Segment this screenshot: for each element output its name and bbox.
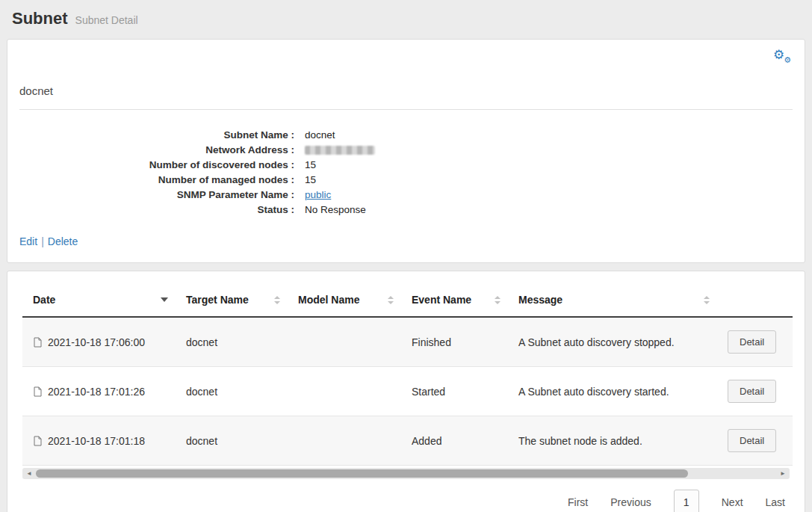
table-row: 2021-10-18 17:01:18 docnet Added The sub… (22, 416, 793, 466)
column-label: Event Name (412, 294, 471, 306)
cell-event-name: Started (401, 367, 508, 416)
event-table: Date Target Name Model Name Event Name M… (22, 283, 793, 466)
cell-action: Detail (717, 317, 793, 367)
pagination-last[interactable]: Last (766, 496, 785, 508)
cell-action: Detail (717, 416, 793, 466)
log-file-icon (33, 386, 43, 397)
field-value-managed-nodes: 15 (305, 173, 316, 188)
page: Subnet Subnet Detail ⚙ ⚙ docnet Subnet N… (0, 0, 812, 512)
detail-actions: Edit|Delete (19, 235, 793, 247)
settings-gears-icon[interactable]: ⚙ ⚙ (773, 49, 791, 64)
log-file-icon (33, 337, 43, 348)
delete-link[interactable]: Delete (48, 235, 78, 247)
subnet-heading: docnet (19, 84, 793, 97)
detail-button[interactable]: Detail (728, 330, 776, 354)
scrollbar-right-arrow-icon[interactable]: ► (778, 468, 788, 479)
field-value-snmp-parameter: public (305, 188, 331, 203)
date-text: 2021-10-18 17:01:18 (48, 435, 145, 447)
column-header-event-name[interactable]: Event Name (401, 283, 508, 317)
cell-model-name (288, 367, 401, 416)
pagination-current-page[interactable]: 1 (674, 490, 699, 512)
field-value-subnet-name: docnet (305, 128, 335, 143)
field-value-discovered-nodes: 15 (305, 158, 316, 173)
cell-event-name: Added (401, 416, 508, 466)
sort-neutral-icon (704, 296, 710, 304)
snmp-parameter-link[interactable]: public (305, 189, 331, 200)
cell-date: 2021-10-18 17:06:00 (22, 317, 176, 367)
network-address-redacted (305, 146, 375, 155)
pagination-previous[interactable]: Previous (610, 496, 651, 508)
column-label: Message (518, 294, 562, 306)
field-row-status: Status : No Response (19, 203, 793, 218)
horizontal-scrollbar[interactable]: ◄ ► (22, 468, 790, 479)
field-label: Number of managed nodes : (19, 173, 294, 188)
scrollbar-thumb[interactable] (36, 469, 688, 478)
field-row-snmp-parameter: SNMP Parameter Name : public (19, 188, 793, 203)
column-label: Date (33, 294, 55, 306)
column-label: Target Name (186, 294, 249, 306)
field-row-network-address: Network Address : (19, 143, 793, 158)
cell-target-name: docnet (176, 317, 288, 367)
field-value-status: No Response (305, 203, 366, 218)
column-header-date[interactable]: Date (22, 283, 176, 317)
pagination-next[interactable]: Next (722, 496, 743, 508)
cell-message: A Subnet auto discovery started. (508, 367, 717, 416)
column-header-model-name[interactable]: Model Name (288, 283, 401, 317)
column-header-message[interactable]: Message (508, 283, 717, 317)
field-row-managed-nodes: Number of managed nodes : 15 (19, 173, 793, 188)
table-row: 2021-10-18 17:06:00 docnet Finished A Su… (22, 317, 793, 367)
page-title: Subnet (12, 9, 68, 28)
field-label: Status : (19, 203, 294, 218)
sort-neutral-icon (495, 296, 500, 304)
detail-button[interactable]: Detail (728, 380, 776, 403)
gear-small-icon: ⚙ (784, 56, 791, 64)
detail-button[interactable]: Detail (728, 429, 776, 452)
cell-date: 2021-10-18 17:01:26 (22, 367, 176, 416)
cell-target-name: docnet (176, 416, 288, 466)
field-label: Network Address : (19, 143, 294, 158)
edit-link[interactable]: Edit (19, 235, 37, 247)
table-header-row: Date Target Name Model Name Event Name M… (22, 283, 793, 317)
log-file-icon (33, 436, 43, 446)
detail-fields: Subnet Name : docnet Network Address : N… (19, 128, 793, 218)
sort-desc-icon (161, 297, 168, 302)
scrollbar-left-arrow-icon[interactable]: ◄ (24, 468, 34, 479)
gear-icon: ⚙ (773, 49, 784, 61)
field-row-subnet-name: Subnet Name : docnet (19, 128, 793, 143)
field-row-discovered-nodes: Number of discovered nodes : 15 (19, 158, 793, 173)
pagination-first[interactable]: First (568, 496, 588, 508)
column-header-actions (717, 283, 793, 317)
field-label: Number of discovered nodes : (19, 158, 294, 173)
sort-neutral-icon (274, 296, 280, 304)
pagination: First Previous 1 Next Last (22, 490, 790, 512)
column-label: Model Name (298, 294, 359, 306)
date-text: 2021-10-18 17:06:00 (48, 336, 145, 348)
page-header: Subnet Subnet Detail (0, 0, 812, 39)
field-label: Subnet Name : (19, 128, 294, 143)
cell-message: The subnet node is added. (508, 416, 717, 466)
cell-action: Detail (717, 367, 793, 416)
column-header-target-name[interactable]: Target Name (176, 283, 288, 317)
cell-model-name (288, 416, 401, 466)
sort-neutral-icon (388, 296, 394, 304)
divider (19, 109, 793, 110)
field-value-network-address (305, 143, 375, 158)
page-subtitle: Subnet Detail (75, 14, 138, 26)
field-label: SNMP Parameter Name : (19, 188, 294, 203)
cell-event-name: Finished (401, 317, 508, 367)
date-text: 2021-10-18 17:01:26 (48, 386, 145, 398)
event-table-panel: Date Target Name Model Name Event Name M… (7, 271, 805, 512)
cell-date: 2021-10-18 17:01:18 (22, 416, 176, 466)
actions-separator: | (41, 235, 44, 247)
cell-target-name: docnet (176, 367, 288, 416)
cell-model-name (288, 317, 401, 367)
subnet-detail-panel: ⚙ ⚙ docnet Subnet Name : docnet Network … (7, 39, 805, 263)
cell-message: A Subnet auto discovery stopped. (508, 317, 717, 367)
table-row: 2021-10-18 17:01:26 docnet Started A Sub… (22, 367, 793, 416)
